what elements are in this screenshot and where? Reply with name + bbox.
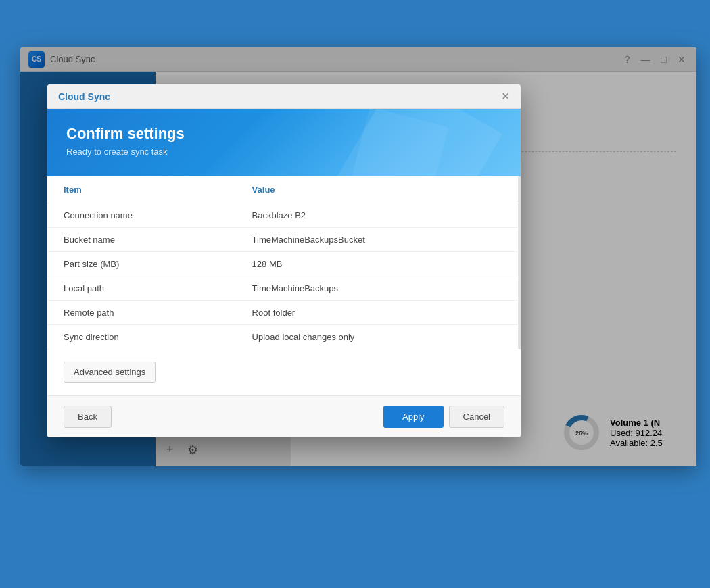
cancel-button[interactable]: Cancel xyxy=(449,406,504,428)
footer-right-buttons: Apply Cancel xyxy=(383,406,504,428)
table-row: Bucket name TimeMachineBackupsBucket xyxy=(47,228,519,252)
confirm-settings-dialog: Cloud Sync ✕ Confirm settings Ready to c… xyxy=(47,84,521,437)
col-header-item: Item xyxy=(47,176,236,203)
dialog-footer: Back Apply Cancel xyxy=(47,395,521,437)
row-item: Bucket name xyxy=(47,228,236,252)
settings-table-wrap: Item Value Connection name Backblaze B2 … xyxy=(47,176,521,349)
dialog-header-title: Confirm settings xyxy=(66,125,502,143)
modal-overlay: Cloud Sync ✕ Confirm settings Ready to c… xyxy=(20,47,696,466)
row-value: Upload local changes only xyxy=(236,325,519,349)
table-row: Sync direction Upload local changes only xyxy=(47,325,519,349)
advanced-settings-button[interactable]: Advanced settings xyxy=(64,362,156,383)
dialog-close-button[interactable]: ✕ xyxy=(501,90,510,103)
table-row: Part size (MB) 128 MB xyxy=(47,252,519,276)
table-row: Connection name Backblaze B2 xyxy=(47,203,519,228)
row-value: 128 MB xyxy=(236,252,519,276)
dialog-title: Cloud Sync xyxy=(58,91,110,102)
row-item: Local path xyxy=(47,276,236,301)
row-value: Backblaze B2 xyxy=(236,203,519,228)
app-window: CS Cloud Sync ? — □ ✕ ce w up-to-date. k… xyxy=(20,47,696,466)
dialog-titlebar: Cloud Sync ✕ xyxy=(47,84,521,109)
table-row: Remote path Root folder xyxy=(47,301,519,325)
dialog-header-subtitle: Ready to create sync task xyxy=(66,147,502,157)
row-item: Connection name xyxy=(47,203,236,228)
row-value: TimeMachineBackups xyxy=(236,276,519,301)
dialog-header: Confirm settings Ready to create sync ta… xyxy=(47,109,521,176)
table-row: Local path TimeMachineBackups xyxy=(47,276,519,301)
dialog-body: Item Value Connection name Backblaze B2 … xyxy=(47,176,521,395)
apply-button[interactable]: Apply xyxy=(383,406,444,428)
row-value: Root folder xyxy=(236,301,519,325)
row-item: Part size (MB) xyxy=(47,252,236,276)
row-item: Sync direction xyxy=(47,325,236,349)
advanced-settings-wrap: Advanced settings xyxy=(47,349,521,395)
back-button[interactable]: Back xyxy=(64,406,112,428)
col-header-value: Value xyxy=(236,176,519,203)
row-item: Remote path xyxy=(47,301,236,325)
row-value: TimeMachineBackupsBucket xyxy=(236,228,519,252)
settings-table: Item Value Connection name Backblaze B2 … xyxy=(47,176,519,349)
